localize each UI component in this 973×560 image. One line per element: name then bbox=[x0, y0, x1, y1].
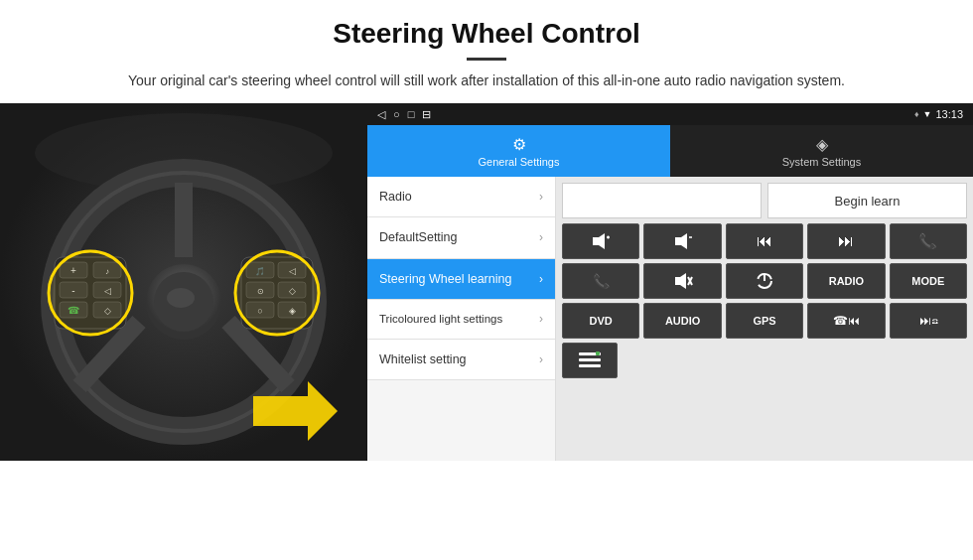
next-track-button[interactable]: ⏭ bbox=[807, 223, 885, 259]
svg-marker-39 bbox=[593, 233, 605, 249]
tab-system-label: System Settings bbox=[782, 156, 861, 168]
phone-next-button[interactable]: ⏭☎ bbox=[890, 303, 967, 339]
svg-rect-51 bbox=[579, 364, 601, 367]
nav-buttons: ◁ ○ □ ⊟ bbox=[377, 108, 431, 121]
svg-point-36 bbox=[49, 251, 132, 335]
begin-learn-row: Begin learn bbox=[562, 183, 967, 218]
menu-item-tricoloured[interactable]: Tricoloured light settings › bbox=[367, 300, 555, 340]
chevron-icon: › bbox=[539, 352, 543, 366]
menu-item-radio[interactable]: Radio › bbox=[367, 177, 555, 217]
main-content: + - ☎ ♪ ◁ ◇ 🎵 ◁ bbox=[0, 103, 973, 461]
page-title: Steering Wheel Control bbox=[60, 18, 913, 50]
chevron-icon: › bbox=[539, 312, 543, 326]
tab-general-settings[interactable]: ⚙ General Settings bbox=[367, 125, 670, 177]
left-menu: Radio › DefaultSetting › Steering Wheel … bbox=[367, 177, 556, 461]
prev-track-button[interactable]: ⏮ bbox=[726, 223, 803, 259]
nav-square-icon[interactable]: □ bbox=[408, 108, 415, 121]
tab-general-label: General Settings bbox=[479, 156, 560, 168]
answer-call-button[interactable]: 📞 bbox=[562, 263, 639, 299]
status-bar: ◁ ○ □ ⊟ ♦ ▼ 13:13 bbox=[367, 103, 973, 125]
begin-learn-button[interactable]: Begin learn bbox=[767, 183, 967, 218]
menu-item-whitelist[interactable]: Whitelist setting › bbox=[367, 340, 555, 380]
svg-marker-44 bbox=[675, 273, 686, 289]
controls-row-1: ⏮ ⏭ 📞 bbox=[562, 223, 967, 259]
svg-point-9 bbox=[167, 288, 195, 308]
svg-rect-50 bbox=[579, 358, 601, 361]
nav-menu-icon[interactable]: ⊟ bbox=[422, 108, 431, 121]
menu-item-default[interactable]: DefaultSetting › bbox=[367, 217, 555, 258]
menu-item-steering[interactable]: Steering Wheel learning › bbox=[367, 259, 555, 300]
page-header: Steering Wheel Control Your original car… bbox=[0, 0, 973, 103]
gps-button[interactable]: GPS bbox=[726, 303, 803, 339]
phone-prev-button[interactable]: ☎⏮ bbox=[807, 303, 885, 339]
controls-row-3: DVD AUDIO GPS ☎⏮ ⏭☎ bbox=[562, 303, 967, 339]
list-button[interactable] bbox=[562, 343, 618, 378]
controls-row-2: 📞 RADIO MODE bbox=[562, 263, 967, 299]
vol-down-button[interactable] bbox=[643, 223, 721, 259]
system-icon: ◈ bbox=[816, 135, 828, 154]
radio-button[interactable]: RADIO bbox=[807, 263, 885, 299]
header-subtitle: Your original car's steering wheel contr… bbox=[60, 70, 913, 91]
phone-button[interactable]: 📞 bbox=[890, 223, 967, 259]
chevron-icon: › bbox=[539, 272, 543, 286]
empty-display-box bbox=[562, 183, 762, 218]
tab-system-settings[interactable]: ◈ System Settings bbox=[670, 125, 973, 177]
chevron-icon: › bbox=[539, 190, 543, 204]
dvd-button[interactable]: DVD bbox=[562, 303, 639, 339]
title-divider bbox=[467, 58, 506, 61]
svg-rect-52 bbox=[596, 351, 600, 355]
audio-button[interactable]: AUDIO bbox=[643, 303, 721, 339]
power-button[interactable] bbox=[726, 263, 803, 299]
tab-bar: ⚙ General Settings ◈ System Settings bbox=[367, 125, 973, 177]
nav-back-icon[interactable]: ◁ bbox=[377, 108, 385, 121]
steering-wheel-image: + - ☎ ♪ ◁ ◇ 🎵 ◁ bbox=[0, 103, 367, 461]
status-indicators: ♦ ▼ 13:13 bbox=[914, 108, 963, 120]
mute-button[interactable] bbox=[643, 263, 721, 299]
right-panel: Begin learn ⏮ bbox=[556, 177, 973, 461]
content-area: Radio › DefaultSetting › Steering Wheel … bbox=[367, 177, 973, 461]
nav-home-icon[interactable]: ○ bbox=[393, 108, 400, 121]
gear-icon: ⚙ bbox=[512, 135, 526, 154]
vol-up-button[interactable] bbox=[562, 223, 639, 259]
steering-svg: + - ☎ ♪ ◁ ◇ 🎵 ◁ bbox=[0, 103, 367, 461]
android-panel: ◁ ○ □ ⊟ ♦ ▼ 13:13 ⚙ General Settings ◈ S… bbox=[367, 103, 973, 461]
controls-row-4 bbox=[562, 343, 967, 378]
chevron-icon: › bbox=[539, 230, 543, 244]
clock: 13:13 bbox=[935, 108, 963, 120]
svg-point-37 bbox=[235, 251, 319, 335]
mode-button[interactable]: MODE bbox=[890, 263, 967, 299]
wifi-icon: ▼ bbox=[923, 109, 932, 119]
location-icon: ♦ bbox=[914, 109, 919, 119]
control-buttons-grid: ⏮ ⏭ 📞 📞 bbox=[562, 223, 967, 378]
svg-marker-42 bbox=[675, 233, 687, 249]
